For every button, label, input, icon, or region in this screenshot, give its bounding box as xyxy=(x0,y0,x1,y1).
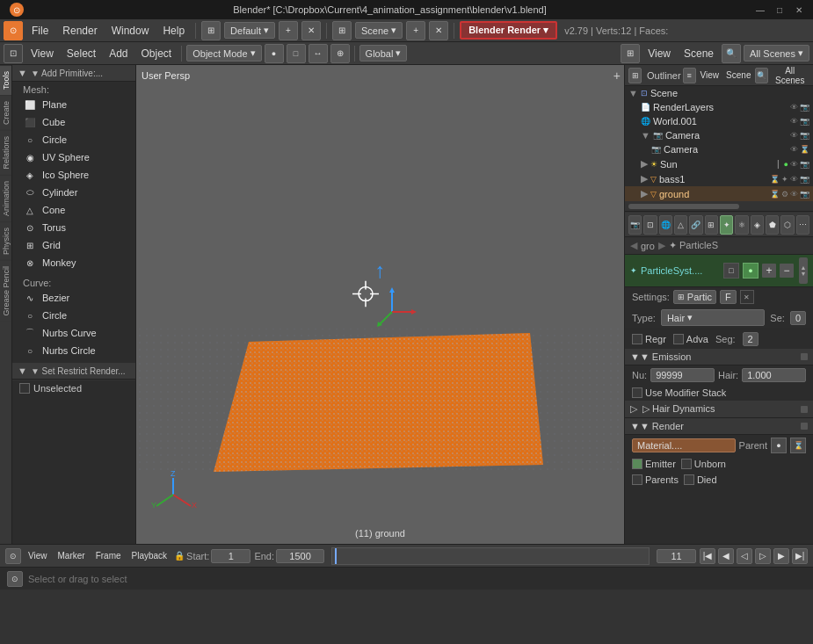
modifier-stack-check[interactable]: Use Modifier Stack xyxy=(632,387,726,398)
blender-logo-button[interactable]: ⊙ xyxy=(4,21,23,40)
props-scene-btn[interactable]: ⊡ xyxy=(643,215,657,235)
scene-icon[interactable]: ⊞ xyxy=(332,21,352,40)
nu-value[interactable]: 99999 xyxy=(650,368,715,382)
prev-keyframe-btn[interactable]: ◀ xyxy=(718,548,734,564)
view-menu[interactable]: View xyxy=(25,46,59,62)
camera-group-vis[interactable]: 👁 xyxy=(790,131,798,140)
timeline-frame-menu[interactable]: Frame xyxy=(92,550,125,561)
parent-icon2[interactable]: ⌛ xyxy=(790,438,806,453)
physics-tab[interactable]: Physics xyxy=(0,221,11,260)
file-menu[interactable]: File xyxy=(26,23,54,39)
unborn-check[interactable]: Unborn xyxy=(681,459,726,469)
props-material-btn[interactable]: ⬟ xyxy=(766,215,779,235)
outliner-view-menu[interactable]: View xyxy=(698,69,722,81)
emission-settings-btn[interactable] xyxy=(801,353,808,360)
maximize-button[interactable]: □ xyxy=(773,3,787,17)
parent-icon1[interactable]: ● xyxy=(771,438,787,453)
play-reverse-btn[interactable]: ◁ xyxy=(737,548,752,564)
all-scenes-btn[interactable]: All Scenes xyxy=(770,65,809,86)
layout-selector[interactable]: Default ▾ xyxy=(224,22,275,39)
outliner-sun[interactable]: ▶ ☀ Sun | ● 👁 📷 xyxy=(625,156,813,171)
transform-icon[interactable]: ↔ xyxy=(309,44,328,63)
add-layout-icon[interactable]: + xyxy=(279,21,298,40)
remove-layout-icon[interactable]: ✕ xyxy=(301,21,321,40)
mesh-monkey[interactable]: ⊗ Monkey xyxy=(12,254,135,271)
props-modifiers-btn[interactable]: ⊞ xyxy=(705,215,718,235)
curve-nurbs-circle[interactable]: ○ Nurbs Circle xyxy=(12,342,135,359)
particle-remove-btn[interactable]: − xyxy=(780,264,794,278)
grease-pencil-tab[interactable]: Grease Pencil xyxy=(0,260,11,322)
outliner-camera-group[interactable]: ▼ 📷 Camera 👁 📷 xyxy=(625,128,813,142)
mesh-icosphere[interactable]: ◈ Ico Sphere xyxy=(12,166,135,184)
viewport-icon[interactable]: ⊡ xyxy=(4,44,23,63)
minimize-button[interactable]: — xyxy=(753,3,767,17)
type-selector[interactable]: Hair ▾ xyxy=(661,309,765,326)
hair-dynamics-settings-btn[interactable] xyxy=(801,406,808,413)
settings-close-btn[interactable]: ✕ xyxy=(740,290,754,304)
mesh-cone[interactable]: △ Cone xyxy=(12,201,135,219)
settings-f-btn[interactable]: F xyxy=(720,290,737,304)
outliner-icon-btn[interactable]: ⊞ xyxy=(628,68,642,83)
regr-checkbox[interactable] xyxy=(632,334,642,344)
remove-scene-icon[interactable]: ✕ xyxy=(429,21,448,40)
curve-nurbs[interactable]: ⌒ Nurbs Curve xyxy=(12,324,135,342)
jump-start-btn[interactable]: |◀ xyxy=(700,548,715,564)
modifier-stack-checkbox[interactable] xyxy=(632,387,642,398)
render-engine-selector[interactable]: Blender Render ▾ xyxy=(460,21,557,40)
died-checkbox[interactable] xyxy=(684,474,694,485)
relations-tab[interactable]: Relations xyxy=(0,130,11,175)
particle-toggle-btn[interactable]: ● xyxy=(743,263,759,279)
props-render-btn[interactable]: 📷 xyxy=(628,215,642,235)
play-btn[interactable]: ▷ xyxy=(755,548,771,564)
bass1-render[interactable]: 📷 xyxy=(800,175,809,184)
viewport-render-icon[interactable]: □ xyxy=(287,44,306,63)
all-scenes-selector[interactable]: All Scenes ▾ xyxy=(744,45,809,62)
breadcrumb-gro[interactable]: gro xyxy=(641,241,655,251)
select-menu[interactable]: Select xyxy=(62,46,101,62)
outliner-bass1[interactable]: ▶ ▽ bass1 ⌛ ✦ 👁 📷 xyxy=(625,171,813,186)
timeline-playback-menu[interactable]: Playback xyxy=(128,550,171,561)
renderlayers-render[interactable]: 📷 xyxy=(800,103,809,112)
render-header[interactable]: ▼ ▼ Render xyxy=(625,418,813,435)
tools-tab[interactable]: Tools xyxy=(0,65,11,95)
se-value[interactable]: 0 xyxy=(790,311,806,325)
next-keyframe-btn[interactable]: ▶ xyxy=(773,548,789,564)
props-object-btn[interactable]: △ xyxy=(674,215,687,235)
mesh-cube[interactable]: ⬛ Cube xyxy=(12,113,135,131)
props-constraints-btn[interactable]: 🔗 xyxy=(689,215,702,235)
seg-value[interactable]: 2 xyxy=(743,332,759,346)
parents-checkbox[interactable] xyxy=(632,474,642,485)
renderlayers-visibility[interactable]: 👁 xyxy=(790,103,798,112)
create-tab[interactable]: Create xyxy=(0,95,11,130)
props-texture-btn[interactable]: ⬡ xyxy=(780,215,794,235)
adva-checkbox-item[interactable]: Adva xyxy=(673,334,708,344)
timeline-view-menu[interactable]: View xyxy=(25,550,51,561)
hscroll-thumb[interactable] xyxy=(628,204,739,209)
ground-eye[interactable]: 👁 xyxy=(790,190,798,199)
parents-check[interactable]: Parents xyxy=(632,474,679,485)
viewport-plus-button[interactable]: + xyxy=(613,69,621,83)
mesh-grid[interactable]: ⊞ Grid xyxy=(12,236,135,254)
hair-dynamics-header[interactable]: ▷ ▷ Hair Dynamics xyxy=(625,401,813,418)
ground-icon1[interactable]: ⌛ xyxy=(770,190,780,199)
view-menu-right[interactable]: View xyxy=(642,46,676,62)
object-menu[interactable]: Object xyxy=(136,46,178,62)
start-frame-input[interactable]: 1 xyxy=(211,549,250,563)
breadcrumb-particles[interactable]: ✦ ParticleS xyxy=(669,240,718,251)
transform-space-selector[interactable]: Global ▾ xyxy=(359,45,408,62)
mesh-cylinder[interactable]: ⬭ Cylinder xyxy=(12,184,135,201)
set-restrict-section[interactable]: ▼ ▼ Set Restrict Render... xyxy=(12,363,135,380)
view-outliner-btn[interactable]: ≡ xyxy=(683,68,696,83)
outliner-scene-menu[interactable]: Scene xyxy=(723,69,753,81)
mode-selector[interactable]: Object Mode ▾ xyxy=(186,45,261,62)
current-frame-input[interactable]: 11 xyxy=(657,549,696,563)
bass1-icon1[interactable]: ⌛ xyxy=(770,175,780,184)
curve-circle[interactable]: ○ Circle xyxy=(12,307,135,324)
outliner-hscroll[interactable] xyxy=(625,201,813,212)
outliner-ground[interactable]: ▶ ▽ ground ⌛ ⚙ 👁 📷 xyxy=(625,186,813,201)
particle-add-btn[interactable]: + xyxy=(762,264,776,278)
timeline-marker-menu[interactable]: Marker xyxy=(54,550,89,561)
settings-partic-btn[interactable]: ⊞ Partic xyxy=(673,290,716,304)
bass1-icon2[interactable]: ✦ xyxy=(781,175,788,184)
render-settings-btn[interactable] xyxy=(801,423,808,430)
